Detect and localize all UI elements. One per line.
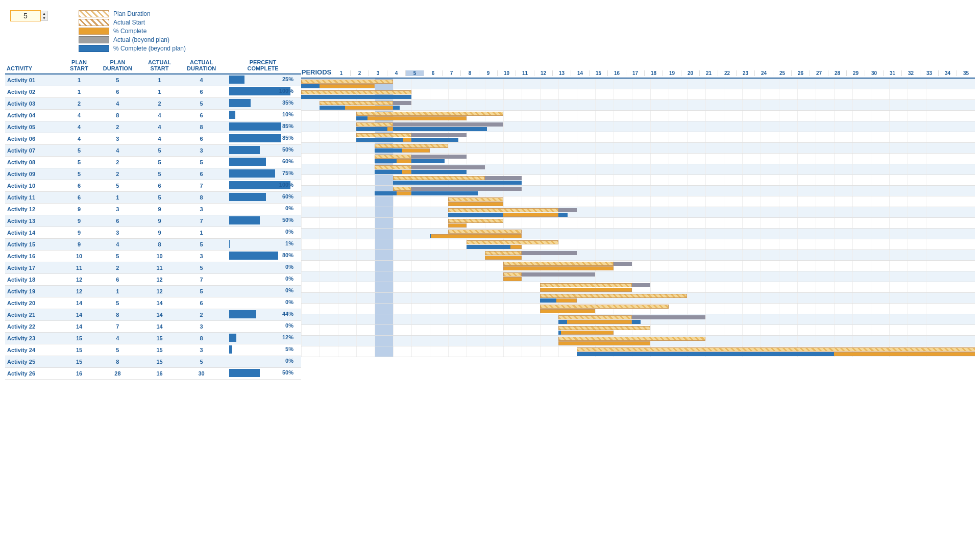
- gantt-cell: [503, 175, 522, 185]
- gantt-cell: [816, 218, 834, 228]
- gantt-cell: [485, 100, 503, 110]
- gantt-cell: [540, 154, 558, 164]
- gantt-cell: [852, 336, 871, 346]
- spin-up-button[interactable]: ▲: [41, 11, 47, 16]
- gantt-cell: [852, 261, 871, 271]
- gantt-cell: [632, 132, 650, 142]
- gantt-cell: [448, 218, 467, 228]
- gantt-cell: [797, 250, 816, 260]
- gantt-cell: [926, 218, 944, 228]
- gantt-row: [301, 336, 975, 346]
- table-cell: 30: [178, 368, 225, 380]
- gantt-cell: [761, 111, 779, 121]
- gantt-cell: [522, 271, 540, 282]
- gantt-cell: [926, 175, 944, 185]
- gantt-cell: [614, 89, 632, 99]
- percent-complete-cell: 50%: [225, 145, 301, 157]
- gantt-cell: [595, 186, 614, 196]
- gantt-cell: [430, 304, 448, 314]
- gantt-cell: [724, 111, 742, 121]
- gantt-cell: [614, 100, 632, 110]
- gantt-cell: [301, 325, 320, 335]
- gantt-cell: [375, 261, 393, 271]
- period-highlight-input[interactable]: [10, 10, 41, 21]
- gantt-cell: [320, 164, 338, 174]
- gantt-cell: [687, 132, 705, 142]
- percent-text: 0%: [285, 229, 293, 235]
- gantt-cell: [430, 336, 448, 346]
- percent-bar: [229, 369, 260, 377]
- gantt-cell: [687, 336, 705, 346]
- spin-down-button[interactable]: ▼: [41, 16, 47, 20]
- gantt-cell: [356, 239, 375, 249]
- gantt-cell: [320, 175, 338, 185]
- activity-name-cell: Activity 08: [5, 157, 64, 168]
- gantt-cell: [522, 89, 540, 99]
- table-cell: 1: [178, 227, 225, 239]
- gantt-cell: [632, 261, 650, 271]
- percent-complete-cell: 12%: [225, 333, 301, 344]
- gantt-cell: [834, 346, 852, 357]
- gantt-cell: [614, 164, 632, 174]
- gantt-cell: [797, 229, 816, 239]
- gantt-cell: [650, 79, 669, 89]
- gantt-cell: [650, 100, 669, 110]
- gantt-cell: [632, 186, 650, 196]
- gantt-cell: [558, 143, 577, 153]
- gantt-cell: [852, 282, 871, 292]
- gantt-cell: [503, 111, 522, 121]
- gantt-cell: [503, 304, 522, 314]
- gantt-cell: [522, 325, 540, 335]
- gantt-cell: [338, 271, 356, 282]
- period-header-9: 9: [479, 70, 497, 76]
- gantt-cell: [577, 239, 595, 249]
- period-header-26: 26: [791, 70, 810, 76]
- gantt-cell: [411, 282, 430, 292]
- gantt-cell: [430, 175, 448, 185]
- gantt-cell: [448, 293, 467, 303]
- period-spinner[interactable]: ▲ ▼: [41, 11, 48, 21]
- gantt-cell: [320, 261, 338, 271]
- table-cell: 4: [64, 133, 94, 145]
- gantt-cell: [467, 89, 485, 99]
- percent-text: 0%: [285, 358, 293, 364]
- gantt-cell: [503, 207, 522, 217]
- gantt-cell: [338, 250, 356, 260]
- period-header-34: 34: [938, 70, 957, 76]
- gantt-cell: [650, 132, 669, 142]
- gantt-cell: [448, 196, 467, 207]
- gantt-cell: [687, 250, 705, 260]
- gantt-cell: [889, 271, 908, 282]
- gantt-cell: [595, 293, 614, 303]
- legend-actual-start-label: Actual Start: [113, 19, 145, 26]
- gantt-row: [301, 175, 975, 186]
- gantt-cell: [687, 79, 705, 89]
- gantt-cell: [558, 196, 577, 207]
- gantt-row: [301, 164, 975, 175]
- gantt-cell: [724, 89, 742, 99]
- gantt-cell: [430, 250, 448, 260]
- gantt-cell: [411, 100, 430, 110]
- gantt-cell: [779, 261, 797, 271]
- gantt-cell: [595, 79, 614, 89]
- percent-text: 10%: [282, 111, 293, 117]
- gantt-cell: [797, 89, 816, 99]
- gantt-cell: [301, 164, 320, 174]
- gantt-cell: [724, 207, 742, 217]
- table-cell: 12: [141, 274, 178, 286]
- gantt-cell: [797, 346, 816, 357]
- gantt-cell: [614, 239, 632, 249]
- gantt-cell: [540, 164, 558, 174]
- gantt-cell: [375, 164, 393, 174]
- gantt-cell: [577, 271, 595, 282]
- gantt-cell: [926, 325, 944, 335]
- gantt-cell: [705, 261, 724, 271]
- period-header-2: 2: [350, 70, 369, 76]
- gantt-cell: [632, 175, 650, 185]
- gantt-cell: [926, 261, 944, 271]
- gantt-cell: [503, 164, 522, 174]
- gantt-cell: [430, 186, 448, 196]
- col-actual-duration: ACTUALDURATION: [178, 57, 225, 74]
- table-cell: 5: [141, 145, 178, 157]
- gantt-cell: [687, 164, 705, 174]
